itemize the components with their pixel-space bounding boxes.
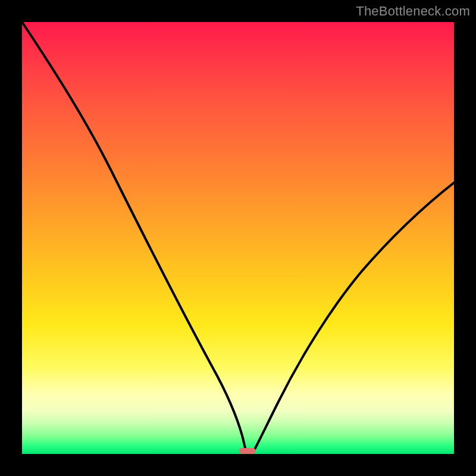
plot-area (22, 22, 454, 454)
watermark-label: TheBottleneck.com (356, 4, 470, 19)
valley-marker (239, 448, 256, 454)
curve-svg (22, 22, 454, 454)
chart-frame: TheBottleneck.com (0, 0, 476, 476)
bottleneck-curve (22, 22, 454, 453)
